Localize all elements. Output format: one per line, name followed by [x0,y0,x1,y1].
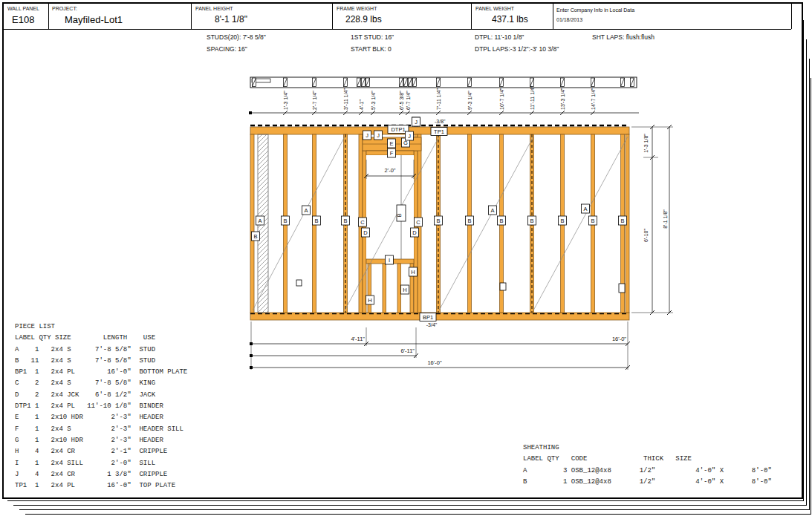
svg-text:2'-7 1/4": 2'-7 1/4" [312,91,317,110]
svg-text:A: A [583,206,587,212]
svg-text:10'-7 1/4": 10'-7 1/4" [499,88,504,110]
svg-text:H: H [403,287,406,293]
svg-text:16'-0": 16'-0" [612,336,626,342]
svg-text:H: H [411,269,415,275]
svg-text:B: B [560,218,564,224]
dimensions-right: 1'-3 1/8"6'-10"8'-1 1/8" [631,125,673,315]
svg-text:C: C [416,219,420,226]
svg-text:D: D [363,229,368,236]
svg-text:J: J [415,119,418,125]
svg-text:B: B [396,213,403,217]
svg-text:B: B [283,218,287,224]
svg-text:F: F [390,150,394,157]
wall-panel-drawing: 1'-3 1/4"2'-7 1/4"3'-11 1/4"4'-1"5'-3 1/… [0,0,812,519]
svg-text:B: B [499,218,503,224]
svg-text:B: B [467,218,471,224]
svg-text:BP1: BP1 [423,314,433,321]
svg-text:-3/4": -3/4" [426,322,438,327]
svg-text:A: A [490,207,494,214]
svg-text:TP1: TP1 [434,128,444,135]
svg-text:16'-0": 16'-0" [427,359,441,366]
svg-text:A: A [258,218,262,224]
svg-text:A: A [304,207,308,214]
label-box-B [397,205,406,221]
svg-text:B: B [343,218,347,224]
svg-text:C: C [360,219,365,226]
svg-text:-3/8": -3/8" [435,119,446,124]
dimensions-bottom: 4'-11"16'-0"6'-11"16'-0"-3/4" [250,321,630,370]
svg-text:B: B [436,218,440,224]
top-plate-plan-strip [250,77,637,88]
svg-text:J: J [408,133,411,140]
svg-text:4'-1": 4'-1" [359,99,364,110]
svg-text:1'-3 1/8": 1'-3 1/8" [643,134,649,153]
svg-text:B: B [314,218,318,224]
page: WALL PANEL E108 PROJECT: Mayfiled-Lot1 P… [0,0,812,519]
svg-text:8'-1 1/8": 8'-1 1/8" [663,209,668,229]
svg-text:7'-11 1/4": 7'-11 1/4" [436,88,441,110]
svg-text:13'-3 1/4": 13'-3 1/4" [560,88,565,110]
svg-text:I: I [389,257,390,264]
svg-text:DTP1: DTP1 [391,126,405,133]
svg-text:H: H [368,297,371,304]
svg-text:9'-3 1/4": 9'-3 1/4" [467,91,472,110]
svg-text:14'-7 1/4": 14'-7 1/4" [591,88,596,110]
svg-text:5'-3 1/4": 5'-3 1/4" [371,91,376,110]
svg-text:J: J [377,132,380,139]
svg-text:6'-7 1/4": 6'-7 1/4" [406,91,411,110]
svg-text:6'-10": 6'-10" [643,229,649,242]
svg-text:D: D [412,229,417,236]
svg-text:B: B [253,233,257,240]
svg-text:6'-11": 6'-11" [400,347,415,354]
svg-text:6'-5 3/8": 6'-5 3/8" [399,91,404,110]
svg-text:E: E [389,140,393,147]
svg-text:1'-3 1/4": 1'-3 1/4" [283,91,288,110]
svg-text:J: J [366,132,368,139]
svg-text:B: B [591,218,594,224]
svg-text:11'-11 1/4": 11'-11 1/4" [530,85,535,110]
svg-text:2'-0": 2'-0" [385,167,396,174]
svg-text:4'-11": 4'-11" [351,336,365,342]
svg-text:3'-11 1/4": 3'-11 1/4" [343,88,348,110]
svg-text:B: B [620,218,624,224]
svg-text:B: B [530,218,533,224]
dimension-line-top: 1'-3 1/4"2'-7 1/4"3'-11 1/4"4'-1"5'-3 1/… [249,85,639,126]
